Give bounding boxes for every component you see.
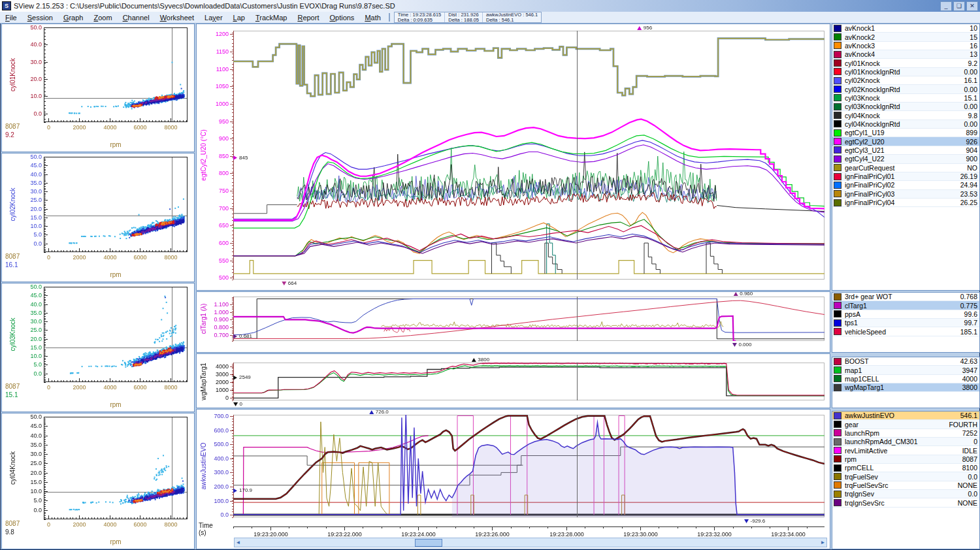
channel-row-trqfuelsevsrc[interactable]: trqFuelSevSrcNONE [832,481,979,490]
channel-name: cyl04KnockIgnRtd [845,120,964,128]
horizontal-scrollbar[interactable]: ◄ ► [234,538,827,547]
menu-item-options[interactable]: Options [324,13,359,22]
channel-value: 8087 [962,455,977,463]
channel-color-swatch [834,310,841,317]
scroll-right-arrow[interactable]: ► [819,539,826,546]
channel-name: trqFuelSevSrc [845,481,958,489]
scroll-thumb[interactable] [415,539,442,547]
channel-row-cyl04knockignrtd[interactable]: cyl04KnockIgnRtd0.00 [832,120,979,129]
menu-item-report[interactable]: Report [292,13,324,22]
channel-row-egtcyl2-u20[interactable]: egtCyl2_U20926 [832,137,979,146]
menu-item-channel[interactable]: Channel [118,13,155,22]
channel-row-cyl03knock[interactable]: cyl03Knock15.1 [832,94,979,103]
menu-item-lap[interactable]: Lap [228,13,250,22]
channel-row-rpmcell[interactable]: rpmCELL8100 [832,464,979,472]
awkw-graph-panel [196,409,830,549]
menu-item-graph[interactable]: Graph [58,13,89,22]
minimize-button[interactable]: _ [940,1,952,11]
cyl03knock-scatter-panel [1,283,195,412]
channel-row-cyl02knock[interactable]: cyl02Knock16.1 [832,76,979,85]
channel-value: 899 [966,129,977,137]
menu-item-math[interactable]: Math [359,13,385,22]
menu-item-zoom[interactable]: Zoom [88,13,117,22]
channel-row-trqignsev[interactable]: trqIgnSev0.0 [832,490,979,498]
restore-button[interactable]: ❏ [953,1,965,11]
scroll-left-arrow[interactable]: ◄ [235,539,242,546]
channel-row-egtcyl1-u19[interactable]: egtCyl1_U19899 [832,129,979,137]
channel-row-cltarg1[interactable]: clTarg10.775 [832,301,979,310]
channel-row-wgmaptarg1[interactable]: wgMapTarg13800 [832,383,979,392]
channel-row-ppsa[interactable]: ppsA99.6 [832,310,979,319]
channel-row-trqignsevsrc[interactable]: trqIgnSevSrcNONE [832,498,979,507]
channel-value: 99.7 [964,319,977,327]
channel-color-swatch [834,375,841,382]
channel-row-avknock1[interactable]: avKnock110 [832,24,979,33]
wgmap-graph[interactable] [197,354,828,406]
close-button[interactable]: ✕ [966,1,978,11]
channel-row-trqfuelsev[interactable]: trqFuelSev0.0 [832,472,979,481]
channel-value: 7252 [962,429,977,437]
menu-item-worksheet[interactable]: Worksheet [155,13,199,22]
channel-color-swatch [834,112,841,119]
channel-name: avKnock3 [845,42,970,50]
channel-row-cyl01knock[interactable]: cyl01Knock9.2 [832,59,979,67]
channel-row-boost[interactable]: BOOST42.63 [832,357,979,366]
channel-value: 0.768 [960,293,977,300]
channel-color-swatch [834,25,841,32]
channel-row-launchrpm[interactable]: launchRpm7252 [832,429,979,438]
channel-row-tps1[interactable]: tps199.7 [832,319,979,327]
menu-item-session[interactable]: Session [22,13,58,22]
channel-row-gear[interactable]: gearFOURTH [832,420,979,429]
channel-row-revlimitactive[interactable]: revLimitActiveIDLE [832,446,979,455]
channel-row-3rd-gear-wot[interactable]: 3rd+ gear WOT0.768 [832,293,979,301]
channel-row-awkwjustinevo[interactable]: awkwJustinEVO546.1 [832,412,979,420]
channel-row-ignfinalpricyl04[interactable]: ignFinalPriCyl0426.25 [832,199,979,207]
channel-row-ignfinalpricyl02[interactable]: ignFinalPriCyl0224.94 [832,181,979,189]
cyl01knock-scatter-plot[interactable] [2,24,193,150]
scroll-track[interactable] [242,539,819,546]
channel-value: 0.0 [968,490,977,498]
cyl02knock-scatter-plot[interactable] [2,154,193,280]
channel-row-cyl03knockignrtd[interactable]: cyl03KnockIgnRtd0.00 [832,103,979,111]
cltarg-graph[interactable] [197,292,828,351]
channel-name: egtCyl2_U20 [845,138,966,146]
channel-value: 99.6 [964,310,977,318]
cyl03knock-scatter-plot[interactable] [2,283,193,410]
channel-row-launchrpmadd-cm301[interactable]: launchRpmAdd_CM3010 [832,438,979,446]
channel-row-gearcutrequest[interactable]: gearCutRequestNO [832,164,979,172]
channel-row-map1cell[interactable]: map1CELL4000 [832,375,979,383]
menu-separator [389,13,390,22]
channel-value: 13 [970,50,977,58]
channel-row-cyl01knockignrtd[interactable]: cyl01KnockIgnRtd0.00 [832,68,979,76]
channel-name: cyl03Knock [845,94,964,102]
channel-row-map1[interactable]: map13947 [832,366,979,374]
menu-item-layer[interactable]: Layer [199,13,228,22]
channel-color-swatch [834,68,841,75]
channel-row-avknock3[interactable]: avKnock316 [832,42,979,50]
channel-row-egtcyl4-u22[interactable]: egtCyl4_U22900 [832,155,979,163]
channel-row-rpm[interactable]: rpm8087 [832,455,979,464]
channel-row-vehiclespeed[interactable]: vehicleSpeed185.1 [832,327,979,336]
channel-name: cyl03KnockIgnRtd [845,103,964,110]
channel-color-swatch [834,146,841,154]
channel-name: revLimitActive [845,447,962,455]
channel-row-egtcyl3-u21[interactable]: egtCyl3_U21904 [832,146,979,155]
cyl04knock-scatter-plot[interactable] [2,413,193,547]
menu-item-trackmap[interactable]: TrackMap [250,13,293,22]
channel-value: 0.00 [964,120,977,128]
channel-color-swatch [834,473,841,480]
channel-color-swatch [834,129,841,137]
menu-item-file[interactable]: File [0,13,22,22]
knock-egt-channel-list: avKnock110avKnock215avKnock316avKnock413… [832,24,980,291]
channel-row-cyl04knock[interactable]: cyl04Knock9.8 [832,111,979,120]
channel-row-ignfinalpricyl01[interactable]: ignFinalPriCyl0126.19 [832,172,979,181]
egt-graph[interactable] [197,24,828,289]
channel-row-avknock4[interactable]: avKnock413 [832,50,979,59]
channel-name: cyl04Knock [845,112,968,120]
channel-row-cyl02knockignrtd[interactable]: cyl02KnockIgnRtd0.00 [832,85,979,93]
channel-row-ignfinalpricyl03[interactable]: ignFinalPriCyl0323.53 [832,190,979,199]
channel-row-avknock2[interactable]: avKnock215 [832,33,979,41]
channel-color-swatch [834,155,841,163]
awkw-graph[interactable] [197,410,828,547]
channel-name: ignFinalPriCyl04 [845,199,960,206]
